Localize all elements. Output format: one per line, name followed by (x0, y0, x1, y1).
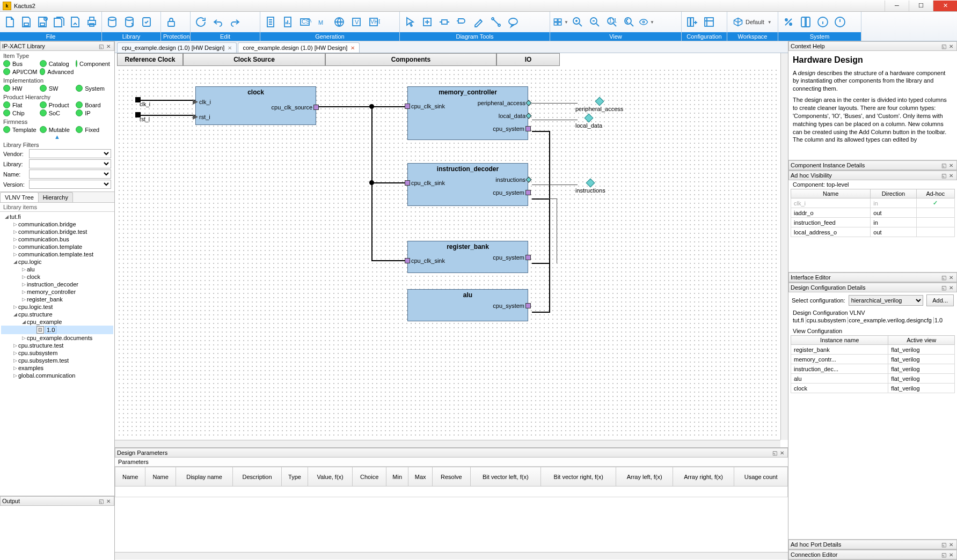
gen-memory-button[interactable]: M (314, 14, 330, 30)
table-row[interactable]: memory_contr...flat_verilog (791, 355, 955, 364)
name-select[interactable] (29, 170, 111, 179)
tree-item[interactable]: ▷instruction_decoder (1, 281, 113, 288)
redo-button[interactable] (227, 14, 243, 30)
save-hier-button[interactable] (68, 14, 83, 30)
tree-item[interactable]: ▷clock (1, 273, 113, 281)
visibility-button[interactable]: ▼ (638, 14, 654, 30)
connect-tool-button[interactable] (488, 14, 504, 30)
tree-item[interactable]: ▷communication.template (1, 243, 113, 250)
filter-catalog[interactable]: Catalog (39, 60, 75, 68)
zoom-in-button[interactable] (569, 14, 586, 30)
tree-item[interactable]: ▷cpu.subsystem.test (1, 357, 113, 364)
comp-register_bank[interactable]: register_bankcpu_clk_sinkcpu_system (407, 241, 528, 273)
add-component-button[interactable] (419, 14, 435, 30)
comp-clock[interactable]: clock clk_i rst_i cpu_clk_source (195, 86, 316, 125)
refresh-button[interactable] (193, 14, 209, 30)
filter-fixed[interactable]: Fixed (75, 126, 111, 134)
doc-tab[interactable]: cpu_example.design (1.0) [HW Design]✕ (117, 42, 237, 53)
tree-item[interactable]: ◢cpu.structure (1, 311, 113, 318)
dock-restore-icon[interactable]: ◱ (940, 542, 947, 548)
new-file-button[interactable] (2, 14, 18, 30)
dock-restore-icon[interactable]: ◱ (940, 285, 947, 291)
filters-collapse-icon[interactable]: ▲ (0, 134, 114, 140)
tree-item[interactable]: ▷cpu_example.documents (1, 334, 113, 342)
gen-csv-button[interactable]: CSV (297, 14, 313, 30)
dock-restore-icon[interactable]: ◱ (940, 163, 947, 168)
filter-system[interactable]: System (75, 84, 111, 92)
print-button[interactable] (84, 14, 100, 30)
filter-mutable[interactable]: Mutable (39, 126, 75, 134)
library-refresh-button[interactable] (121, 14, 137, 30)
dock-close-icon[interactable]: ✕ (947, 43, 955, 49)
tab-close-icon[interactable]: ✕ (350, 45, 355, 51)
dock-close-icon[interactable]: ✕ (947, 173, 955, 179)
zoom-reset-button[interactable]: 1:1 (604, 14, 620, 30)
select-cfg-dropdown[interactable]: hierarchical_verilog (849, 295, 924, 306)
tree-item[interactable]: ◢cpu_example (1, 318, 113, 326)
dock-close-icon[interactable]: ✕ (778, 450, 786, 456)
cfg-add-column-button[interactable] (684, 14, 700, 30)
save-button[interactable] (19, 14, 34, 30)
gen-doc-button[interactable] (262, 14, 279, 30)
add-interface-button[interactable] (454, 14, 470, 30)
dock-close-icon[interactable]: ✕ (947, 542, 955, 548)
exit-button[interactable] (832, 14, 848, 30)
tree-item[interactable]: ▷memory_controller (1, 288, 113, 296)
tab-close-icon[interactable]: ✕ (228, 45, 232, 51)
io-local-data[interactable]: local_data (575, 115, 602, 129)
table-row[interactable]: register_bankflat_verilog (791, 345, 955, 355)
library-select[interactable] (29, 159, 111, 168)
doc-tab[interactable]: core_example.design (1.0) [HW Design]✕ (238, 42, 360, 53)
view-cfg-table[interactable]: Instance nameActive view register_bankfl… (791, 335, 955, 393)
workspace-button[interactable]: Default ▼ (729, 14, 775, 30)
table-row[interactable]: local_address_oout (791, 227, 955, 237)
dock-close-icon[interactable]: ✕ (947, 275, 955, 281)
tree-item[interactable]: ▷cpu.structure.test (1, 342, 113, 349)
table-row[interactable]: instruction_dec...flat_verilog (791, 364, 955, 374)
filter-flat[interactable]: Flat (2, 101, 39, 109)
dock-restore-icon[interactable]: ◱ (940, 173, 947, 179)
tree-item[interactable]: ▷alu (1, 266, 113, 273)
dock-restore-icon[interactable]: ◱ (97, 498, 105, 504)
table-row[interactable]: iaddr_oout (791, 208, 955, 218)
dock-close-icon[interactable]: ✕ (105, 498, 112, 504)
library-check-button[interactable] (138, 14, 155, 30)
filter-bus[interactable]: Bus (2, 60, 39, 68)
protection-lock-button[interactable] (163, 14, 179, 30)
add-port-button[interactable] (436, 14, 452, 30)
tree-item[interactable]: ▷communication.bridge (1, 220, 113, 228)
table-row[interactable]: clockflat_verilog (791, 384, 955, 393)
canvas-hscroll[interactable] (115, 440, 780, 447)
library-tree[interactable]: ◢tut.fi▷communication.bridge▷communicati… (0, 212, 114, 496)
settings-button[interactable] (780, 14, 797, 30)
filter-hw[interactable]: HW (2, 84, 39, 92)
filter-template[interactable]: Template (2, 126, 39, 134)
gen-report-button[interactable] (280, 14, 296, 30)
tree-item[interactable]: ▷register_bank (1, 296, 113, 303)
filter-board[interactable]: Board (75, 101, 111, 109)
draft-tool-button[interactable] (471, 14, 487, 30)
io-instructions[interactable]: instructions (575, 180, 605, 194)
gen-web-button[interactable] (331, 14, 347, 30)
design-canvas[interactable]: Reference ClockClock SourceComponentsIO … (115, 53, 788, 447)
table-row[interactable]: aluflat_verilog (791, 374, 955, 384)
maximize-button[interactable]: ☐ (909, 1, 933, 11)
comp-instruction_decoder[interactable]: instruction_decodercpu_clk_sinkinstructi… (407, 163, 528, 206)
dock-close-icon[interactable]: ✕ (947, 163, 955, 168)
params-table[interactable]: NameNameDisplay nameDescriptionTypeValue… (115, 467, 788, 497)
filter-apicom[interactable]: API/COM (2, 68, 39, 76)
gen-vhdl-button[interactable]: VHD (366, 14, 382, 30)
tree-item[interactable]: ▷communication.template.test (1, 250, 113, 258)
close-button[interactable]: ✕ (933, 1, 957, 11)
dock-restore-icon[interactable]: ◱ (940, 43, 947, 49)
dock-restore-icon[interactable]: ◱ (97, 43, 105, 49)
save-all-button[interactable] (52, 14, 67, 30)
help-manual-button[interactable] (798, 14, 814, 30)
cfg-manage-button[interactable] (701, 14, 717, 30)
tree-item[interactable]: ▷communication.bus (1, 235, 113, 243)
dock-close-icon[interactable]: ✕ (947, 552, 955, 558)
zoom-fit-button[interactable] (621, 14, 637, 30)
select-tool-button[interactable] (402, 14, 418, 30)
library-db-button[interactable] (104, 14, 120, 30)
tab-hierarchy[interactable]: Hierarchy (38, 192, 73, 202)
